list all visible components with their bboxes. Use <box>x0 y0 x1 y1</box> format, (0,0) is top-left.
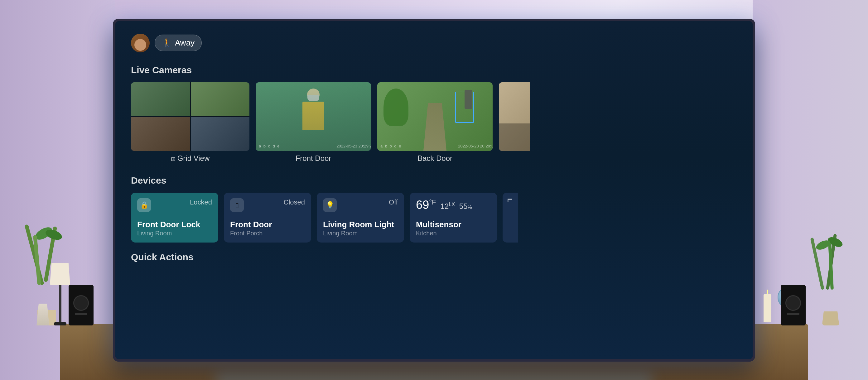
camera-thumb-grid <box>131 82 249 151</box>
door-icon-wrap: ▯ <box>230 198 244 212</box>
device-card-top-door: ▯ Closed <box>230 198 305 212</box>
lock-name: Front Door Lock <box>137 220 212 229</box>
camera-name-front-door: Front Door <box>296 154 332 163</box>
grid-cell-4 <box>191 117 250 151</box>
device-card-top-lock: 🔒 Locked <box>137 198 212 212</box>
camera-timestamp-front: 2022-05-23 20:29:25 <box>336 144 371 148</box>
light-icon: 💡 <box>326 201 334 209</box>
grid-cell-2 <box>191 82 250 116</box>
sensor-readings: 69°F 12LX 55% <box>416 198 491 212</box>
humidity-value: 55 <box>459 202 468 211</box>
camera-timestamp-back: 2022-05-23 20:29:35 <box>458 144 493 148</box>
camera-thumb-front-door: a b o d e 2022-05-23 20:29:25 <box>256 82 371 151</box>
lock-room: Living Room <box>137 230 212 237</box>
lock-icon-wrap: 🔒 <box>137 198 151 212</box>
devices-section: Devices 🔒 Locked Front Door Lock Living … <box>131 175 737 243</box>
header: 🚶 Away <box>131 34 737 52</box>
device-card-front-door-sensor[interactable]: ▯ Closed Front Door Front Porch <box>224 193 311 243</box>
camera-item-grid[interactable]: ⊞Grid View <box>131 82 249 163</box>
tv-glow <box>216 374 652 380</box>
lock-status: Locked <box>190 198 212 207</box>
lock-icon: 🔒 <box>140 201 148 209</box>
humidity-unit: % <box>468 204 472 210</box>
quick-actions-section: Quick Actions <box>131 252 737 262</box>
multisensor-info: Multisensor Kitchen <box>416 220 491 236</box>
speaker-left <box>69 285 94 325</box>
light-status: Off <box>389 198 398 207</box>
avatar[interactable] <box>131 34 150 52</box>
abode-logo-back: a b o d e <box>380 144 402 148</box>
camera-name-back-door: Back Door <box>417 154 453 163</box>
multisensor-room: Kitchen <box>416 230 491 237</box>
door-info: Front Door Front Porch <box>230 220 305 236</box>
humidity-reading: 55% <box>459 202 472 211</box>
door-name: Front Door <box>230 220 305 229</box>
cameras-row: ⊞Grid View <box>131 82 737 163</box>
devices-title: Devices <box>131 175 737 186</box>
grid-cell-3 <box>131 117 190 151</box>
lux-value: 12 <box>440 202 449 211</box>
speaker-right <box>781 285 806 325</box>
camera-name-grid: ⊞Grid View <box>171 154 210 163</box>
app-screen: 🚶 Away Live Cameras <box>115 21 753 359</box>
lux-reading: 12LX <box>440 202 455 211</box>
mode-badge[interactable]: 🚶 Away <box>155 35 202 51</box>
door-status: Closed <box>284 198 305 207</box>
tv-frame: 🚶 Away Live Cameras <box>113 19 755 361</box>
device-card-top-light: 💡 Off <box>323 198 398 212</box>
front-door-feed: a b o d e 2022-05-23 20:29:25 <box>256 82 371 151</box>
light-name: Living Room Light <box>323 220 398 229</box>
device-card-partial[interactable]: L <box>503 193 518 243</box>
abode-logo-front: a b o d e <box>259 144 280 148</box>
cameras-section: Live Cameras <box>131 65 737 163</box>
lux-unit: LX <box>448 202 455 207</box>
light-info: Living Room Light Living Room <box>323 220 398 236</box>
temp-reading: 69°F <box>416 198 436 212</box>
device-card-multisensor[interactable]: 69°F 12LX 55% Multisensor Kitchen <box>410 193 497 243</box>
door-icon: ▯ <box>236 201 239 209</box>
camera-item-partial[interactable] <box>499 82 530 151</box>
temp-unit: °F <box>429 198 436 206</box>
device-card-front-door-lock[interactable]: 🔒 Locked Front Door Lock Living Room <box>131 193 218 243</box>
lock-info: Front Door Lock Living Room <box>137 220 212 236</box>
mode-label: Away <box>175 38 194 48</box>
multisensor-name: Multisensor <box>416 220 491 229</box>
light-room: Living Room <box>323 230 398 237</box>
plant-right <box>812 233 849 325</box>
grid-cell-1 <box>131 82 190 116</box>
back-door-feed: a b o d e 2022-05-23 20:29:35 <box>377 82 493 151</box>
devices-row: 🔒 Locked Front Door Lock Living Room ▯ <box>131 193 737 243</box>
camera-item-front-door[interactable]: a b o d e 2022-05-23 20:29:25 Front Door <box>256 82 371 163</box>
door-room: Front Porch <box>230 230 305 237</box>
candle <box>764 294 771 322</box>
mode-icon: 🚶 <box>162 38 172 48</box>
camera-item-back-door[interactable]: a b o d e 2022-05-23 20:29:35 Back Door <box>377 82 493 163</box>
device-card-living-room-light[interactable]: 💡 Off Living Room Light Living Room <box>317 193 404 243</box>
cameras-title: Live Cameras <box>131 65 737 75</box>
camera-partial <box>499 82 530 151</box>
lamp-left <box>50 263 70 325</box>
room-background-right <box>753 0 868 380</box>
light-icon-wrap: 💡 <box>323 198 337 212</box>
temp-value: 69 <box>416 198 429 211</box>
quick-actions-title: Quick Actions <box>131 252 737 262</box>
camera-thumb-back-door: a b o d e 2022-05-23 20:29:35 <box>377 82 493 151</box>
